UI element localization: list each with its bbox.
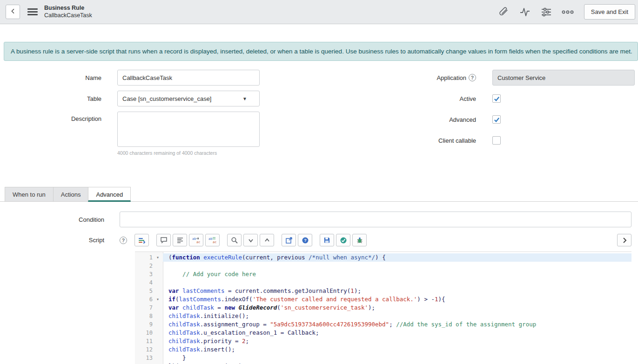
attachment-icon[interactable]: [497, 6, 510, 18]
code-text: var childTask = new GlideRecord('sn_cust…: [163, 304, 631, 312]
replace-all-icon[interactable]: abac: [205, 234, 220, 246]
svg-text:ab: ab: [208, 237, 212, 241]
code-line[interactable]: 12childTask.insert();: [135, 345, 631, 354]
save-icon[interactable]: [320, 234, 334, 246]
fold-gutter: [153, 320, 163, 329]
code-line[interactable]: 2: [135, 262, 631, 270]
code-line[interactable]: 3 // Add your code here: [135, 270, 631, 278]
activity-stream-icon[interactable]: [519, 6, 531, 18]
svg-text:ac: ac: [213, 240, 216, 244]
personalize-form-icon[interactable]: [540, 6, 552, 18]
find-previous-icon[interactable]: [260, 234, 274, 246]
fold-arrow-icon[interactable]: ▾: [153, 253, 163, 262]
line-number: 4: [135, 278, 153, 287]
script-editor[interactable]: 1▾(function executeRule(current, previou…: [135, 251, 631, 364]
fold-arrow-icon[interactable]: ▾: [153, 295, 163, 304]
chevron-left-icon: [9, 7, 17, 16]
code-line[interactable]: 13 }: [135, 354, 631, 362]
advanced-label: Advanced: [449, 116, 476, 123]
syntax-highlight-icon[interactable]: [134, 234, 149, 246]
api-help-icon[interactable]: ?: [298, 234, 312, 246]
line-number: 6: [135, 295, 153, 304]
code-text: (function executeRule(current, previous …: [163, 253, 631, 262]
advanced-checkbox[interactable]: [492, 115, 501, 124]
script-label: Script: [0, 237, 120, 244]
line-number: 10: [135, 329, 153, 337]
comment-icon[interactable]: [156, 234, 171, 246]
format-code-icon[interactable]: [173, 234, 187, 246]
active-label: Active: [460, 95, 476, 102]
line-number: 12: [135, 345, 153, 354]
script-help-icon[interactable]: ?: [120, 237, 127, 244]
client-callable-label: Client callable: [438, 137, 476, 144]
line-number: 14: [135, 362, 153, 364]
code-text: childTask.priority = 2;: [163, 337, 631, 345]
save-and-exit-button[interactable]: Save and Exit: [584, 4, 635, 20]
fold-gutter: [153, 345, 163, 354]
application-input: [492, 70, 635, 86]
record-title: Business Rule CallbackCaseTask: [44, 5, 92, 19]
character-counter: 4000 characters remaining of 4000 charac…: [117, 150, 260, 156]
condition-label: Condition: [0, 216, 120, 223]
code-line[interactable]: 1▾(function executeRule(current, previou…: [135, 253, 631, 262]
client-callable-checkbox[interactable]: [492, 136, 501, 145]
info-banner-text: A business rule is a server-side script …: [11, 48, 632, 55]
code-text: })(current, previous);: [163, 362, 631, 364]
fold-gutter: [153, 329, 163, 337]
line-number: 11: [135, 337, 153, 345]
code-line[interactable]: 14})(current, previous);: [135, 362, 631, 364]
code-line[interactable]: 11childTask.priority = 2;: [135, 337, 631, 345]
code-line[interactable]: 10childTask.u_escalation_reason_1 = Call…: [135, 329, 631, 337]
condition-input[interactable]: [120, 212, 631, 227]
business-rule-form: Name Table Case [sn_customerservice_case…: [0, 70, 638, 161]
fold-gutter: [153, 278, 163, 287]
code-lines: 1▾(function executeRule(current, previou…: [135, 252, 631, 364]
search-icon[interactable]: [227, 234, 242, 246]
chevron-down-icon: ▼: [242, 96, 255, 101]
fold-gutter: [153, 262, 163, 270]
code-line[interactable]: 5var lastComments = current.comments.get…: [135, 287, 631, 295]
tab-actions[interactable]: Actions: [53, 187, 89, 202]
record-name: CallbackCaseTask: [44, 12, 92, 20]
form-tabs: When to run Actions Advanced: [0, 187, 638, 202]
description-textarea[interactable]: [117, 112, 260, 147]
line-number: 8: [135, 312, 153, 320]
replace-icon[interactable]: abac: [189, 234, 203, 246]
tab-advanced[interactable]: Advanced: [88, 187, 131, 202]
code-text: childTask.u_escalation_reason_1 = Callba…: [163, 329, 631, 337]
svg-text:?: ?: [304, 238, 307, 243]
svg-text:ab: ab: [192, 237, 196, 241]
fold-gutter: [153, 270, 163, 278]
more-options-icon[interactable]: [562, 6, 574, 18]
advanced-tab-pane: Condition Script ? abac abac: [0, 202, 638, 364]
context-menu-icon[interactable]: [27, 7, 38, 17]
fullscreen-icon[interactable]: [282, 234, 296, 246]
table-select[interactable]: Case [sn_customerservice_case] ▼: [117, 91, 260, 106]
svg-text:ac: ac: [196, 240, 200, 244]
code-line[interactable]: 7var childTask = new GlideRecord('sn_cus…: [135, 304, 631, 312]
line-number: 2: [135, 262, 153, 270]
description-label: Description: [0, 112, 117, 122]
code-line[interactable]: 9childTask.assignment_group = "5a9dc5193…: [135, 320, 631, 329]
check-syntax-icon[interactable]: [336, 234, 350, 246]
application-help-icon[interactable]: ?: [469, 74, 476, 81]
line-number: 1: [135, 253, 153, 262]
back-button[interactable]: [6, 5, 20, 19]
code-line[interactable]: 4: [135, 278, 631, 287]
script-toolbar: ? abac abac: [120, 234, 631, 246]
fold-gutter: [153, 337, 163, 345]
code-line[interactable]: 6▾if(lastComments.indexOf('The customer …: [135, 295, 631, 304]
active-checkbox[interactable]: [492, 94, 501, 103]
table-label: Table: [0, 95, 117, 102]
name-label: Name: [0, 74, 117, 81]
find-next-icon[interactable]: [243, 234, 258, 246]
expand-icon[interactable]: [617, 234, 631, 246]
tab-when-to-run[interactable]: When to run: [5, 187, 54, 202]
code-line[interactable]: 8childTask.initialize();: [135, 312, 631, 320]
code-text: childTask.assignment_group = "5a9dc51937…: [163, 320, 631, 329]
fold-gutter: [153, 304, 163, 312]
line-number: 5: [135, 287, 153, 295]
line-number: 13: [135, 354, 153, 362]
name-input[interactable]: [117, 70, 260, 86]
debugger-icon[interactable]: [352, 234, 367, 246]
